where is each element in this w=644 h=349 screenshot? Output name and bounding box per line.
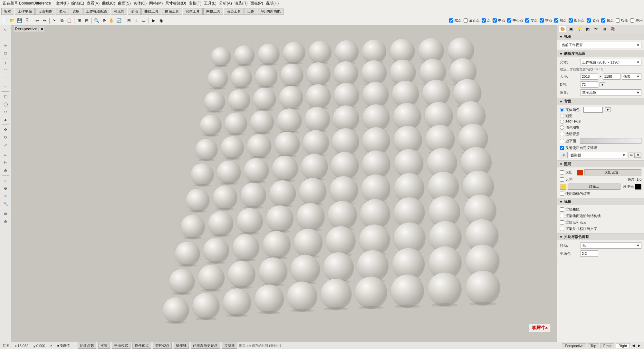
vp-tab-right[interactable]: Right [616, 343, 630, 348]
surface-tool[interactable]: □ [1, 50, 10, 57]
tab-workplane[interactable]: 工作平面 [15, 8, 35, 15]
zoom-select-button[interactable]: ⊕ [101, 17, 108, 24]
fillet-tool[interactable]: ⌓ [1, 177, 10, 184]
polyline-tool[interactable]: ⌒ [1, 67, 10, 75]
quality-dropdown[interactable]: 草图品质 ▼ [581, 89, 641, 96]
snap-knot-checkbox[interactable]: 节点 [587, 18, 599, 23]
move-tool[interactable]: ✛ [1, 126, 10, 133]
curve-tool[interactable]: ∿ [1, 42, 10, 49]
section-lines-header[interactable]: ▼ 线框 [557, 198, 644, 205]
tab-display[interactable]: 显示 [56, 8, 69, 15]
sb-subitems[interactable]: 次项 [98, 343, 110, 349]
rotate-gizmo[interactable]: ↻ [1, 134, 10, 141]
width-input[interactable] [581, 73, 598, 80]
snap-vertex-checkbox[interactable]: 顶点 [601, 18, 614, 23]
rotate-button[interactable]: 🔄 [115, 17, 122, 24]
project-checkbox[interactable]: 投影 [616, 18, 628, 23]
pan-button[interactable]: ✋ [108, 17, 115, 24]
size-dropdown[interactable]: 工作视窗 (2018 × 1190) ▼ [581, 59, 641, 65]
layer-tool[interactable]: ≡ [1, 193, 10, 200]
render-curves-checkbox[interactable]: 渲染曲线 [560, 207, 641, 212]
sb-osnap[interactable]: 物件锁点 [132, 343, 151, 349]
arc-tool[interactable]: ⌒ [1, 75, 10, 82]
bg-wallpaper-radio[interactable]: 清色图案 [560, 125, 641, 130]
undo-button[interactable]: ↩ [34, 17, 41, 24]
extrude-tool[interactable]: ▲ [1, 116, 10, 123]
section-resolution-header[interactable]: ▼ 解析度与品质 [557, 50, 644, 57]
disabled-checkbox[interactable]: 停用 [630, 18, 643, 23]
ground-plane-checkbox[interactable]: 虚平面 [560, 139, 576, 144]
snap-point-checkbox[interactable]: 点 [482, 18, 491, 23]
save-button[interactable]: 💾 [16, 17, 23, 24]
trim-tool[interactable]: ✁ [1, 152, 10, 159]
menu-solid[interactable]: 实体(O) [133, 1, 147, 6]
menu-curve[interactable]: 曲线(C) [102, 1, 115, 6]
vp-tab-perspective[interactable]: Perspective [562, 343, 586, 348]
zoom-all-button[interactable]: 🔍 [93, 17, 100, 24]
nav-arrow-right[interactable]: ▶ [637, 344, 641, 348]
tab-solid-tools[interactable]: 实体工具 [183, 8, 203, 15]
tab-visibility[interactable]: 可见性 [111, 8, 127, 15]
gumball-tool[interactable]: ⊛ [1, 218, 10, 225]
snap-tan-checkbox[interactable]: 切点 [554, 18, 567, 23]
cylinder-tool[interactable]: ⬭ [1, 108, 10, 115]
split-tool[interactable]: ⊢ [1, 159, 10, 166]
snap-intersect-checkbox[interactable]: 交点 [525, 18, 538, 23]
sun-checkbox[interactable]: 太阳 [560, 170, 575, 175]
circle-tool[interactable]: ○ [1, 83, 10, 90]
use-custom-env-checkbox[interactable]: 反射使用自定义环境 [560, 145, 641, 150]
paste-button[interactable]: 📋 [66, 17, 73, 24]
dpi-input[interactable] [581, 81, 598, 88]
menu-render[interactable]: 渲染(R) [235, 1, 248, 6]
bg-solid-radio[interactable]: 实体颜色 ▼ [560, 107, 641, 113]
solid-color-swatch[interactable] [583, 107, 603, 113]
snap-end-checkbox[interactable]: 端点 [449, 18, 462, 23]
vp-tab-front[interactable]: Front [601, 343, 615, 348]
properties-tool[interactable]: 🔧 [1, 200, 10, 207]
lamp-button[interactable]: 灯光... [568, 184, 620, 190]
rp-icon-light[interactable]: 💡 [575, 26, 583, 32]
join-tool[interactable]: ⊕ [1, 167, 10, 174]
hdri-expand[interactable]: ▼ [635, 153, 641, 158]
select-tool[interactable]: ↖ [1, 26, 10, 34]
sb-record-history[interactable]: 已重温历史记录 [191, 343, 220, 349]
tab-select[interactable]: 选取 [70, 8, 82, 15]
menu-tools[interactable]: 工具(L) [204, 1, 216, 6]
section-dithering-header[interactable]: ▼ 抖动与颜色调整 [557, 234, 644, 240]
section-lighting-header[interactable]: ▼ 照明 [557, 161, 644, 167]
sb-planar[interactable]: 平面模式 [112, 343, 130, 349]
custom-lights-checkbox[interactable]: 使用隐确的灯光 [560, 191, 641, 196]
bg-gradient-radio[interactable]: 渐变 [560, 114, 641, 118]
hdri-icon[interactable]: ☀ [560, 152, 568, 158]
tab-surface-tools[interactable]: 曲面工具 [162, 8, 182, 15]
snap-center-checkbox[interactable]: 中心点 [507, 18, 523, 23]
save-as-button[interactable]: 🗄 [24, 17, 31, 24]
menu-mesh[interactable]: 网格(M) [149, 1, 163, 6]
tab-v6-new[interactable]: V6 的新功能 [258, 8, 284, 15]
viewport-dropdown[interactable]: 当前工作视窗 ▼ [560, 42, 641, 48]
planar-button[interactable]: ▭ [140, 17, 147, 24]
rp-icon-render[interactable]: 🎨 [559, 26, 566, 32]
menu-file[interactable]: 文件(F) [56, 1, 69, 6]
menu-panel[interactable]: 面板(P) [250, 1, 263, 6]
unit-dropdown[interactable]: 像素 ▼ [622, 73, 641, 80]
rp-icon-display[interactable]: ⊞ [601, 26, 608, 32]
deselect-button[interactable]: ⊟ [83, 17, 90, 24]
dpi-spin-down[interactable]: ▼ [600, 82, 605, 87]
render-button[interactable]: ▶ [150, 17, 157, 24]
bg-360-radio[interactable]: 360° 环境 [560, 119, 641, 124]
grid-snap-button[interactable]: ⊞ [125, 17, 132, 24]
dithering-dropdown[interactable]: 无 ▼ [581, 242, 641, 249]
menu-dim[interactable]: 尺寸标注(D) [165, 1, 186, 6]
cut-button[interactable]: ✂ [51, 17, 58, 24]
hdri-dropdown[interactable]: 摄影棚 ▼ [569, 152, 627, 158]
lamp-icon[interactable]: ⚡ [560, 184, 566, 190]
render-dims-checkbox[interactable]: 渲染尺寸标注与文字 [560, 226, 641, 231]
render-curves-iso-checkbox[interactable]: 渲染曲面边沿与结构线 [560, 214, 641, 218]
menu-surface[interactable]: 曲面(S) [118, 1, 131, 6]
menu-edit[interactable]: 编辑(E) [71, 1, 84, 6]
sb-smart-track[interactable]: 智控锁点 [153, 343, 172, 349]
sphere-tool[interactable]: ◯ [1, 101, 10, 108]
tab-print[interactable]: 出图 [245, 8, 257, 15]
tab-transform[interactable]: 变动 [128, 8, 141, 15]
